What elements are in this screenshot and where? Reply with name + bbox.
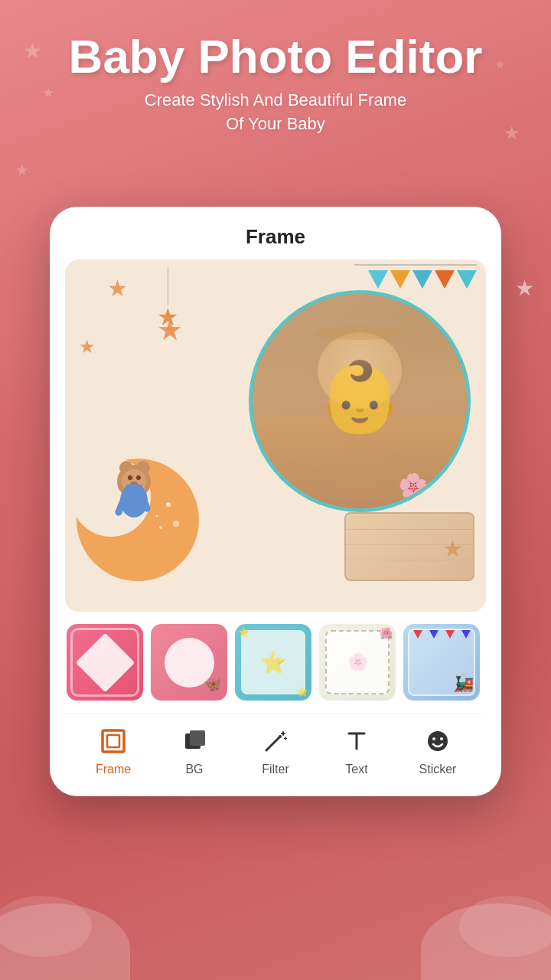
tool-sticker[interactable]: Sticker bbox=[397, 724, 478, 776]
header: Baby Photo Editor Create Stylish And Bea… bbox=[0, 31, 551, 136]
flag-2 bbox=[390, 270, 410, 289]
flag-1 bbox=[368, 270, 388, 289]
moon-svg bbox=[69, 405, 207, 589]
tool-filter[interactable]: Filter bbox=[235, 724, 316, 776]
wooden-box bbox=[344, 512, 474, 581]
frame-thumb-1[interactable] bbox=[67, 624, 143, 701]
baby-photo-circle: 🌸🌸 bbox=[249, 290, 471, 512]
svg-point-21 bbox=[279, 735, 282, 738]
frame-thumb-2[interactable]: 🦋 bbox=[151, 624, 227, 701]
flag-3 bbox=[412, 270, 432, 289]
sticker-icon bbox=[421, 724, 455, 758]
svg-point-28 bbox=[428, 731, 448, 751]
svg-point-29 bbox=[432, 737, 435, 740]
frame-star-1: ★ bbox=[107, 275, 128, 302]
hanging-star-string: ★ bbox=[157, 267, 179, 332]
frame-star-2: ★ bbox=[79, 336, 96, 358]
baby-photo: 🌸🌸 bbox=[253, 294, 467, 508]
svg-point-5 bbox=[156, 515, 158, 518]
app-title: Baby Photo Editor bbox=[0, 31, 551, 83]
filter-icon bbox=[259, 724, 292, 758]
frame-section-title: Frame bbox=[65, 225, 486, 249]
bg-icon bbox=[178, 724, 211, 758]
flag-4 bbox=[435, 270, 455, 289]
text-icon bbox=[340, 724, 373, 758]
app-subtitle: Create Stylish And Beautiful FrameOf You… bbox=[0, 89, 551, 136]
svg-point-4 bbox=[173, 521, 179, 527]
tool-text[interactable]: Text bbox=[316, 724, 397, 776]
frame-icon bbox=[96, 724, 130, 758]
text-label: Text bbox=[345, 763, 367, 776]
banner-flags bbox=[368, 270, 477, 289]
frame-thumb-4[interactable]: 🌸 🌺 bbox=[319, 624, 396, 701]
tool-frame[interactable]: Frame bbox=[73, 724, 154, 776]
banner-string bbox=[354, 264, 477, 266]
star-side-right: ★ bbox=[515, 276, 534, 301]
bg-label: BG bbox=[185, 763, 203, 776]
svg-rect-17 bbox=[107, 735, 119, 747]
svg-point-11 bbox=[136, 475, 141, 480]
sticker-label: Sticker bbox=[419, 763, 457, 776]
tool-bg[interactable]: BG bbox=[154, 724, 235, 776]
svg-point-3 bbox=[159, 526, 162, 529]
frame-thumb-3[interactable]: ⭐ ⭐ ⭐ bbox=[235, 624, 311, 701]
svg-point-2 bbox=[166, 502, 171, 507]
filter-label: Filter bbox=[262, 763, 289, 776]
svg-point-30 bbox=[440, 737, 443, 740]
frame-label: Frame bbox=[96, 763, 131, 776]
phone-card: Frame ★ ★ ★ ★ ★ bbox=[50, 207, 501, 796]
svg-point-10 bbox=[128, 475, 132, 480]
moon-bear-decoration bbox=[69, 405, 207, 589]
bottom-toolbar: Frame BG bbox=[65, 713, 486, 781]
flag-5 bbox=[457, 270, 477, 289]
svg-rect-19 bbox=[190, 730, 205, 746]
frame-thumb-5[interactable]: 🚂 bbox=[403, 624, 480, 701]
svg-line-20 bbox=[266, 737, 280, 750]
photo-frame-area[interactable]: ★ ★ ★ ★ ★ bbox=[65, 260, 486, 612]
svg-rect-16 bbox=[103, 730, 124, 752]
frame-thumbnails-strip: 🦋 ⭐ ⭐ ⭐ 🌸 🌺 bbox=[65, 624, 486, 701]
star-decoration-5: ★ bbox=[15, 161, 29, 179]
